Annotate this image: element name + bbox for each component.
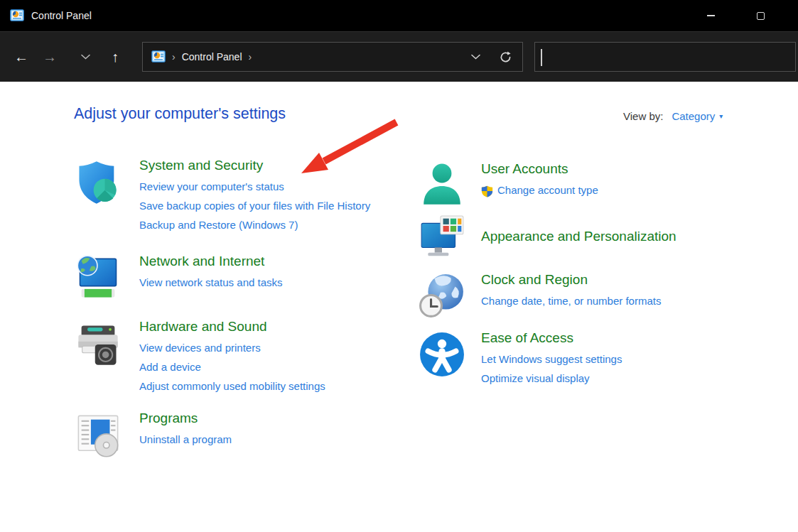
chevron-down-icon: ▾	[719, 112, 723, 120]
category-text: ProgramsUninstall a program	[139, 410, 232, 460]
task-link[interactable]: Optimize visual display	[481, 369, 622, 388]
maximize-icon	[757, 12, 765, 20]
category-column-left: System and SecurityReview your computer'…	[74, 157, 392, 460]
category-text: Ease of AccessLet Windows suggest settin…	[481, 330, 622, 388]
recent-pages-dropdown[interactable]	[77, 44, 94, 70]
view-by-dropdown[interactable]: Category ▾	[672, 110, 723, 122]
minimize-button[interactable]	[686, 0, 735, 31]
category-column-right: User AccountsChange account typeAppearan…	[419, 161, 795, 388]
shield-icon[interactable]	[74, 157, 139, 234]
task-link-label: View devices and printers	[139, 338, 261, 357]
task-link-label: Backup and Restore (Windows 7)	[139, 215, 298, 234]
page-title: Adjust your computer's settings	[74, 105, 286, 123]
up-button[interactable]: ↑	[104, 44, 126, 70]
category-block: ProgramsUninstall a program	[74, 410, 392, 460]
task-link-label: Change date, time, or number formats	[481, 291, 661, 310]
task-link-label: Adjust commonly used mobility settings	[139, 376, 325, 396]
maximize-button[interactable]	[736, 0, 784, 31]
category-title-link[interactable]: System and Security	[139, 158, 370, 173]
back-button[interactable]: ←	[10, 44, 33, 70]
user-icon[interactable]	[419, 161, 481, 209]
network-icon[interactable]	[74, 253, 139, 303]
task-link-label: Add a device	[139, 357, 201, 376]
category-block: Hardware and SoundView devices and print…	[74, 318, 392, 396]
category-block: Ease of AccessLet Windows suggest settin…	[419, 330, 795, 388]
control-panel-icon	[10, 9, 24, 23]
task-link-label: Review your computer's status	[139, 177, 284, 196]
printer-icon[interactable]	[74, 318, 139, 396]
task-link[interactable]: Uninstall a program	[139, 430, 232, 449]
task-link[interactable]: Adjust commonly used mobility settings	[139, 376, 325, 396]
control-panel-icon	[151, 50, 166, 64]
view-by-label: View by:	[623, 110, 663, 122]
text-cursor	[541, 49, 542, 66]
category-block: System and SecurityReview your computer'…	[74, 157, 392, 234]
view-by-control: View by: Category ▾	[623, 110, 723, 122]
task-link[interactable]: Backup and Restore (Windows 7)	[139, 215, 370, 234]
task-link-label: Let Windows suggest settings	[481, 349, 622, 369]
breadcrumb-control-panel[interactable]: Control Panel	[182, 51, 242, 63]
search-input[interactable]	[535, 43, 795, 71]
task-link-label: Change account type	[497, 180, 598, 200]
category-block: Clock and RegionChange date, time, or nu…	[419, 271, 795, 320]
category-title-link[interactable]: Ease of Access	[481, 330, 622, 346]
category-title-link[interactable]: Programs	[139, 411, 232, 426]
address-dropdown-icon[interactable]	[471, 54, 480, 60]
task-link-label: View network status and tasks	[139, 273, 283, 292]
category-text: Clock and RegionChange date, time, or nu…	[481, 271, 661, 320]
category-block: Appearance and Personalization	[419, 215, 795, 261]
category-title-link[interactable]: Appearance and Personalization	[481, 229, 676, 244]
task-link[interactable]: View devices and printers	[139, 338, 325, 357]
category-block: User AccountsChange account type	[419, 161, 795, 209]
task-link-label: Uninstall a program	[139, 430, 232, 449]
programs-icon[interactable]	[74, 410, 139, 460]
forward-button[interactable]: →	[38, 44, 61, 70]
task-link-label: Save backup copies of your files with Fi…	[139, 196, 370, 215]
appearance-icon[interactable]	[419, 215, 481, 261]
task-link[interactable]: View network status and tasks	[139, 273, 283, 292]
task-link[interactable]: Change account type	[481, 180, 598, 200]
breadcrumb-separator[interactable]: ›	[249, 51, 252, 63]
category-title-link[interactable]: Hardware and Sound	[139, 319, 325, 335]
navigation-bar: ← → ↑ › Control Panel ›	[0, 31, 798, 82]
window-title: Control Panel	[31, 10, 92, 21]
category-title-link[interactable]: Clock and Region	[481, 272, 661, 288]
task-link[interactable]: Review your computer's status	[139, 177, 370, 196]
task-link[interactable]: Let Windows suggest settings	[481, 349, 622, 369]
category-text: Network and InternetView network status …	[139, 253, 283, 303]
category-block: Network and InternetView network status …	[74, 253, 392, 303]
category-title-link[interactable]: User Accounts	[481, 161, 598, 177]
uac-shield-icon	[481, 184, 493, 196]
category-text: System and SecurityReview your computer'…	[139, 157, 370, 234]
task-link[interactable]: Save backup copies of your files with Fi…	[139, 196, 370, 215]
address-bar[interactable]: › Control Panel ›	[142, 42, 523, 72]
breadcrumb-separator: ›	[172, 51, 176, 63]
search-box[interactable]	[534, 42, 796, 72]
category-title-link[interactable]: Network and Internet	[139, 254, 283, 269]
task-link[interactable]: Change date, time, or number formats	[481, 291, 661, 310]
titlebar: Control Panel	[0, 0, 798, 31]
clock-icon[interactable]	[419, 271, 481, 320]
minimize-icon	[707, 15, 715, 16]
category-text: User AccountsChange account type	[481, 161, 598, 209]
refresh-icon[interactable]	[499, 50, 512, 64]
ease-icon[interactable]	[419, 330, 481, 388]
category-text: Hardware and SoundView devices and print…	[139, 318, 325, 396]
category-text: Appearance and Personalization	[481, 228, 676, 248]
task-link[interactable]: Add a device	[139, 357, 325, 376]
task-link-label: Optimize visual display	[481, 369, 590, 388]
